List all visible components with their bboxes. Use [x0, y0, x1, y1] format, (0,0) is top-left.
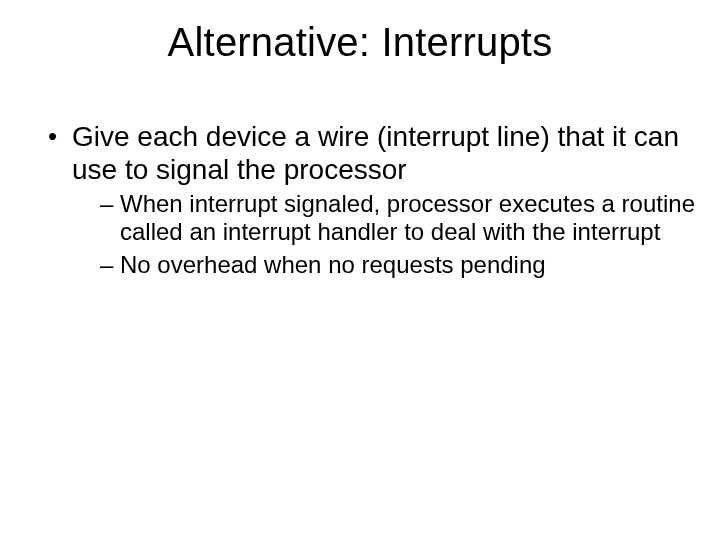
sub-bullet-text: When interrupt signaled, processor execu… [120, 190, 695, 245]
slide-body: Give each device a wire (interrupt line)… [48, 120, 710, 285]
slide: Alternative: Interrupts Give each device… [0, 0, 720, 540]
sub-bullet-item: When interrupt signaled, processor execu… [100, 190, 710, 247]
bullet-text: Give each device a wire (interrupt line)… [72, 121, 679, 185]
bullet-item: Give each device a wire (interrupt line)… [48, 120, 710, 279]
sub-bullet-text: No overhead when no requests pending [120, 251, 546, 278]
sub-bullet-list: When interrupt signaled, processor execu… [72, 190, 710, 279]
bullet-list: Give each device a wire (interrupt line)… [48, 120, 710, 279]
slide-title: Alternative: Interrupts [0, 20, 720, 65]
sub-bullet-item: No overhead when no requests pending [100, 251, 710, 279]
